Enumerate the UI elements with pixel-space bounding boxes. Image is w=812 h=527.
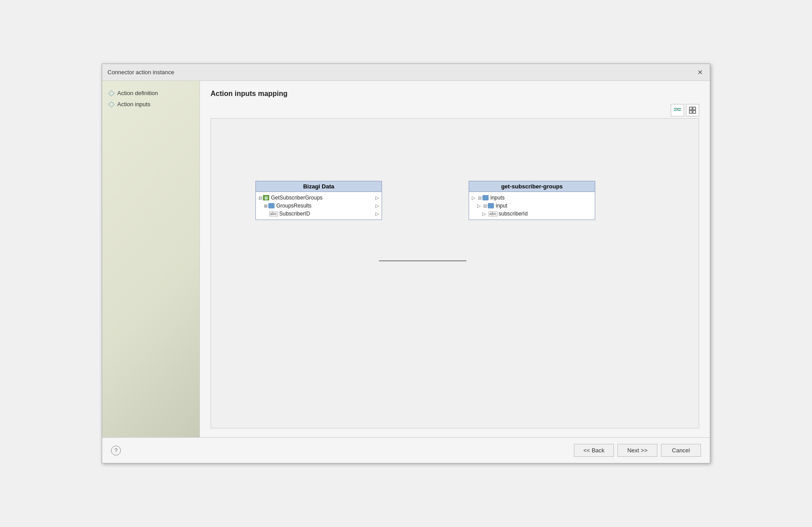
abc-icon: abc [269, 212, 278, 216]
svg-rect-0 [674, 108, 677, 109]
folder-icon [482, 195, 489, 200]
help-button[interactable]: ? [111, 446, 121, 455]
svg-rect-3 [678, 110, 681, 111]
folder-icon [268, 203, 275, 208]
fit-view-icon [689, 106, 697, 114]
mapping-canvas: Bizagi Data ⊟ ▦ GetSubscriberGroups ▷ ⊞ [211, 118, 699, 428]
tree-row-input[interactable]: ▷ ⊟ input [477, 202, 592, 210]
row-label: SubscriberID [279, 211, 310, 217]
get-subscriber-groups-box: get-subscriber-groups ▷ ⊟ inputs ▷ ⊟ [469, 181, 595, 220]
svg-rect-1 [674, 110, 677, 111]
row-label: input [496, 203, 507, 209]
mapping-toolbar [211, 104, 699, 116]
bizagi-data-header: Bizagi Data [256, 181, 382, 192]
get-subscriber-groups-header: get-subscriber-groups [469, 181, 595, 192]
cancel-button[interactable]: Cancel [661, 444, 701, 457]
tree-row-groups-results[interactable]: ⊞ GroupsResults ▷ [264, 202, 379, 210]
close-button[interactable]: ✕ [696, 68, 705, 77]
back-button[interactable]: << Back [574, 444, 614, 457]
tree-row-inputs[interactable]: ▷ ⊟ inputs [472, 194, 592, 202]
page-title: Action inputs mapping [211, 90, 699, 98]
bizagi-data-body: ⊟ ▦ GetSubscriberGroups ▷ ⊞ GroupsResult… [256, 192, 382, 220]
expand-icon[interactable]: ⊞ [264, 204, 267, 208]
title-bar: Connector action instance ✕ [102, 64, 710, 81]
footer: ? << Back Next >> Cancel [102, 437, 710, 463]
arrow-in-icon: ▷ [477, 203, 481, 209]
svg-rect-7 [693, 107, 696, 110]
expand-icon[interactable]: ⊟ [483, 204, 487, 208]
svg-rect-9 [693, 111, 696, 113]
dialog-window: Connector action instance ✕ Action defin… [102, 64, 710, 463]
sidebar-item-label: Action inputs [117, 101, 150, 108]
row-label: GetSubscriberGroups [271, 195, 322, 201]
abc-icon: abc [489, 212, 498, 216]
next-button[interactable]: Next >> [617, 444, 657, 457]
diamond-icon [108, 90, 115, 96]
arrow-out-icon: ▷ [375, 203, 379, 209]
content-area: Action inputs mapping [200, 81, 710, 437]
tree-row-subscriber-id-right[interactable]: ▷ abc subscriberId [482, 210, 592, 218]
arrow-in-icon: ▷ [472, 195, 475, 201]
dialog-title: Connector action instance [107, 69, 174, 76]
sidebar: Action definition Action inputs [102, 81, 200, 437]
expand-icon[interactable]: ⊟ [259, 196, 262, 200]
table-icon: ▦ [263, 195, 269, 200]
sidebar-item-action-definition[interactable]: Action definition [109, 90, 192, 96]
svg-rect-6 [689, 107, 692, 110]
diamond-icon [108, 101, 115, 107]
arrow-out-icon: ▷ [375, 211, 379, 217]
footer-buttons: << Back Next >> Cancel [574, 444, 701, 457]
svg-rect-2 [678, 108, 681, 109]
svg-rect-8 [689, 111, 692, 113]
arrow-in-icon: ▷ [482, 211, 486, 217]
sidebar-item-action-inputs[interactable]: Action inputs [109, 101, 192, 108]
row-label: subscriberId [499, 211, 528, 217]
expand-icon[interactable]: ⊟ [478, 196, 482, 200]
sidebar-item-label: Action definition [117, 90, 158, 96]
auto-map-button[interactable] [671, 104, 684, 116]
folder-icon [488, 203, 494, 208]
get-subscriber-groups-body: ▷ ⊟ inputs ▷ ⊟ input [469, 192, 595, 220]
main-body: Action definition Action inputs Action i… [102, 81, 710, 437]
connector-svg [211, 119, 699, 428]
arrow-out-icon: ▷ [375, 195, 379, 201]
auto-map-icon [673, 106, 681, 114]
bizagi-data-box: Bizagi Data ⊟ ▦ GetSubscriberGroups ▷ ⊞ [255, 181, 382, 220]
footer-left: ? [111, 446, 121, 455]
row-label: inputs [490, 195, 505, 201]
tree-row-subscriber-id[interactable]: abc SubscriberID ▷ [269, 210, 379, 218]
row-label: GroupsResults [276, 203, 311, 209]
fit-view-button[interactable] [686, 104, 699, 116]
tree-row-get-subscriber-groups[interactable]: ⊟ ▦ GetSubscriberGroups ▷ [259, 194, 379, 202]
